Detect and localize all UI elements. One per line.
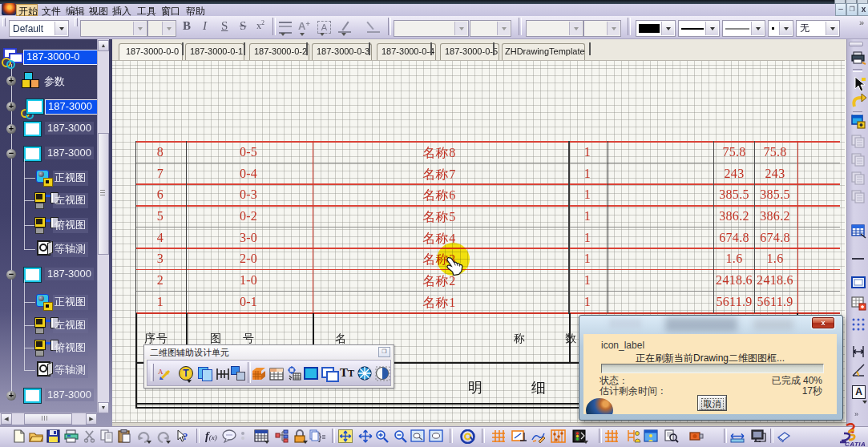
svg-text:?: ?	[183, 430, 188, 442]
svg-text:CATIA: CATIA	[845, 441, 866, 447]
svg-text:A: A	[158, 368, 164, 376]
svg-text:}: }	[318, 431, 321, 442]
